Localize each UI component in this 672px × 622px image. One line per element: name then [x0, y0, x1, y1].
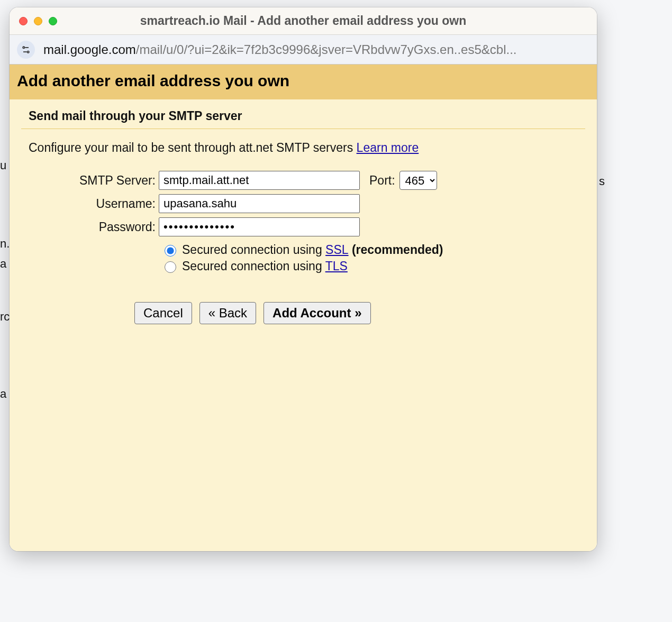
url-text: mail.google.com/mail/u/0/?ui=2&ik=7f2b3c… [43, 42, 516, 57]
popup-window: smartreach.io Mail - Add another email a… [10, 7, 597, 551]
intro-prefix: Configure your mail to be sent through a… [29, 141, 357, 154]
tls-prefix: Secured connection using [182, 259, 325, 273]
ssl-prefix: Secured connection using [182, 243, 325, 257]
back-button[interactable]: « Back [199, 302, 256, 324]
address-bar[interactable]: mail.google.com/mail/u/0/?ui=2&ik=7f2b3c… [10, 35, 597, 65]
tls-option[interactable]: Secured connection using TLS [162, 259, 585, 273]
tls-radio[interactable] [165, 261, 176, 273]
tls-link[interactable]: TLS [325, 259, 348, 273]
window-title: smartreach.io Mail - Add another email a… [10, 14, 597, 28]
row-password: Password: [29, 217, 585, 236]
cancel-button[interactable]: Cancel [134, 302, 192, 324]
window-titlebar: smartreach.io Mail - Add another email a… [10, 7, 597, 35]
port-label: Port: [369, 173, 395, 188]
bg-text-frag: u [0, 159, 6, 172]
ssl-option[interactable]: Secured connection using SSL (recommende… [162, 243, 585, 257]
port-select[interactable]: 46558725 [399, 171, 437, 190]
svg-point-2 [28, 51, 29, 52]
bg-text-frag: rc [0, 310, 10, 324]
svg-point-0 [23, 47, 24, 48]
port-wrap: Port: 46558725 [369, 171, 437, 190]
smtp-server-input[interactable] [159, 171, 360, 190]
connection-radio-group: Secured connection using SSL (recommende… [162, 243, 585, 273]
close-window-icon[interactable] [19, 17, 28, 25]
row-smtp-server: SMTP Server: Port: 46558725 [29, 171, 585, 190]
maximize-window-icon[interactable] [49, 17, 57, 25]
url-path: /mail/u/0/?ui=2&ik=7f2b3c9996&jsver=VRbd… [136, 42, 517, 57]
bg-text-frag: a [0, 257, 6, 271]
intro-text: Configure your mail to be sent through a… [29, 141, 585, 155]
minimize-window-icon[interactable] [34, 17, 42, 25]
dialog-header: Add another email address you own [10, 65, 597, 99]
divider [21, 129, 585, 129]
ssl-radio[interactable] [165, 245, 176, 257]
site-identity-icon[interactable] [17, 41, 35, 59]
add-account-button[interactable]: Add Account » [264, 302, 370, 324]
smtp-server-label: SMTP Server: [29, 173, 159, 188]
ssl-link[interactable]: SSL [325, 243, 348, 257]
bg-text-frag: a [0, 387, 6, 401]
button-row: Cancel « Back Add Account » [134, 302, 585, 324]
smtp-form: SMTP Server: Port: 46558725 Username: Pa… [29, 171, 585, 324]
username-input[interactable] [159, 194, 360, 213]
row-username: Username: [29, 194, 585, 213]
password-input[interactable] [159, 217, 360, 236]
username-label: Username: [29, 197, 159, 211]
ssl-recommended: (recommended) [349, 243, 443, 257]
url-host: mail.google.com [43, 42, 136, 57]
traffic-lights [19, 17, 57, 25]
password-label: Password: [29, 220, 159, 234]
bg-text-frag: s [599, 175, 605, 188]
learn-more-link[interactable]: Learn more [357, 141, 419, 154]
dialog-title: Add another email address you own [17, 72, 589, 90]
section-subhead: Send mail through your SMTP server [29, 109, 585, 123]
dialog-body: Send mail through your SMTP server Confi… [10, 99, 597, 551]
